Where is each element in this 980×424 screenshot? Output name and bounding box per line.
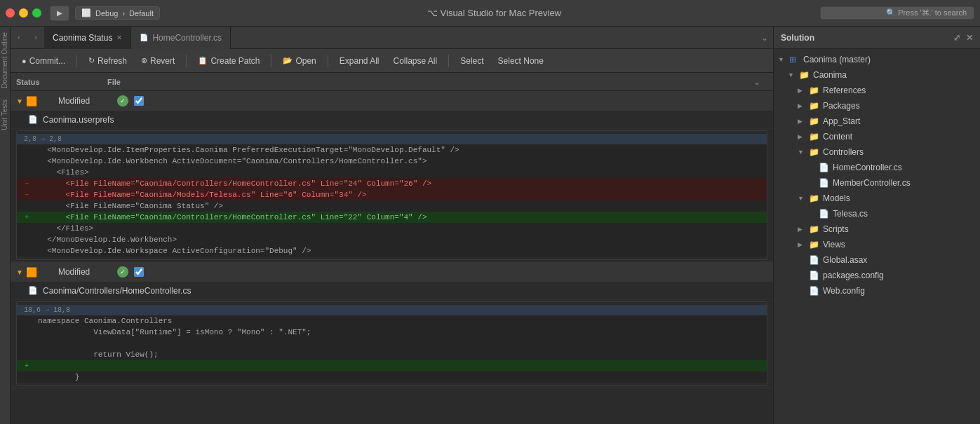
diff-line-3: <Files> — [17, 167, 767, 178]
panel-close-icon[interactable]: ✕ — [966, 33, 973, 43]
tree-item-content[interactable]: ▶ 📁 Content — [774, 129, 980, 144]
document-outline-tab[interactable]: Document Outline — [0, 27, 10, 94]
main-area: Document Outline Unit Tests ‹ › Caonima … — [0, 27, 980, 424]
tree-chevron-root: ▼ — [778, 56, 789, 63]
commit-button[interactable]: ● Commit... — [16, 54, 71, 68]
commit-icon: ● — [22, 57, 27, 65]
file-item-1[interactable]: 📄 Caonima.userprefs — [11, 111, 773, 129]
solution-title: Solution — [781, 33, 814, 43]
status-badge-2: ✓ — [117, 266, 128, 278]
create-patch-button[interactable]: 📋 Create Patch — [192, 54, 265, 68]
solution-tree: ▼ ⊞ Caonima (master) ▼ 📁 Caonima ▶ 📁 Ref… — [774, 49, 980, 424]
revert-button[interactable]: ⊗ Revert — [135, 54, 180, 68]
minimize-button[interactable] — [19, 8, 28, 18]
refresh-icon: ↻ — [88, 56, 95, 65]
select-button[interactable]: Select — [455, 54, 489, 68]
expand-all-button[interactable]: Expand All — [334, 54, 385, 68]
window-title: ⌥ Visual Studio for Mac Preview — [168, 8, 820, 18]
scheme-default: Default — [129, 9, 154, 18]
tree-label-views: Views — [823, 240, 976, 249]
file-group-header-1[interactable]: ▼ 🟧 Modified ✓ — [11, 91, 773, 111]
sep-1 — [76, 55, 77, 67]
tree-label-root: Caonima (master) — [803, 55, 976, 64]
file-group-header-2[interactable]: ▼ 🟧 Modified ✓ — [11, 262, 773, 282]
nav-forward-button[interactable]: › — [27, 27, 44, 49]
tree-item-telesa[interactable]: 📄 Telesa.cs — [774, 206, 980, 221]
diff-range-2: 18,6 → 18,8 — [17, 305, 767, 315]
tree-chevron-views: ▶ — [798, 241, 809, 248]
tree-item-packages[interactable]: ▶ 📁 Packages — [774, 98, 980, 114]
tree-chevron-scripts: ▶ — [798, 226, 809, 233]
tree-item-member-controller[interactable]: 📄 MemberController.cs — [774, 175, 980, 191]
tree-item-controllers[interactable]: ▼ 📁 Controllers — [774, 144, 980, 160]
diff-line-g2-4: return View(); — [17, 349, 767, 360]
tree-item-web-config[interactable]: 📄 Web.config — [774, 283, 980, 299]
file-icon-home-controller: 📄 — [819, 163, 830, 172]
tree-chevron-appstart: ▶ — [798, 118, 809, 125]
tree-item-home-controller[interactable]: 📄 HomeController.cs — [774, 160, 980, 175]
sc-content[interactable]: ▼ 🟧 Modified ✓ 📄 Caonima.userprefs 2,8 →… — [11, 91, 773, 424]
tree-chevron-caonima: ▼ — [788, 71, 799, 78]
tree-item-references[interactable]: ▶ 📁 References — [774, 83, 980, 98]
tree-item-root[interactable]: ▼ ⊞ Caonima (master) — [774, 52, 980, 67]
group-chevron-2: ▼ — [16, 268, 23, 276]
tree-label-home-controller: HomeController.cs — [833, 163, 976, 172]
diff-line-8: </Files> — [17, 223, 767, 234]
panel-resize-icon[interactable]: ⤢ — [953, 33, 960, 43]
scheme-sep: › — [122, 9, 125, 18]
diff-line-g2-5: + — [17, 360, 767, 371]
tree-label-packages: Packages — [823, 101, 976, 111]
sep-3 — [271, 55, 271, 67]
group-checkbox-2[interactable] — [134, 267, 144, 277]
unit-tests-tab[interactable]: Unit Tests — [0, 94, 10, 136]
fullscreen-button[interactable] — [32, 8, 41, 18]
diff-line-4: − <File FileName="Caonima/Controllers/Ho… — [17, 178, 767, 189]
tree-item-views[interactable]: ▶ 📁 Views — [774, 237, 980, 252]
file-item-icon-1: 📄 — [27, 114, 39, 125]
folder-icon-appstart: 📁 — [809, 116, 820, 126]
tab-bar: ‹ › Caonima Status ✕ 📄 HomeController.cs… — [11, 27, 773, 49]
status-badge-1: ✓ — [117, 95, 128, 107]
tab-overflow-button[interactable]: ⌄ — [756, 27, 773, 49]
diff-line-6: <File FileName="Caonima Status" /> — [17, 200, 767, 212]
open-button[interactable]: 📂 Open — [277, 54, 321, 68]
search-bar[interactable]: 🔍 Press '⌘.' to search — [820, 6, 974, 20]
diff-line-g2-6: } — [17, 371, 767, 383]
tab-caonima-status[interactable]: Caonima Status ✕ — [44, 27, 131, 49]
sep-2 — [186, 55, 187, 67]
tree-item-scripts[interactable]: ▶ 📁 Scripts — [774, 221, 980, 237]
column-header: Status File ⌄ — [11, 73, 773, 91]
diff-line-5: − <File FileName="Caonima/Models/Telesa.… — [17, 189, 767, 200]
file-icon-member-controller: 📄 — [819, 178, 830, 188]
file-item-name-2: Caonima/Controllers/HomeController.cs — [43, 286, 767, 296]
run-button[interactable]: ▶ — [50, 6, 69, 21]
tree-item-caonima[interactable]: ▼ 📁 Caonima — [774, 67, 980, 83]
scheme-selector[interactable]: ⬜ Debug › Default — [75, 6, 160, 20]
diff-line-g2-1: namespace Caonima.Controllers — [17, 315, 767, 327]
collapse-all-button[interactable]: Collapse All — [388, 54, 443, 68]
toolbar: ● Commit... ↻ Refresh ⊗ Revert 📋 Create … — [11, 49, 773, 73]
select-none-button[interactable]: Select None — [492, 54, 549, 68]
editor-area: ‹ › Caonima Status ✕ 📄 HomeController.cs… — [11, 27, 773, 424]
tree-item-appstart[interactable]: ▶ 📁 App_Start — [774, 114, 980, 129]
diff-line-1: <MonoDevelop.Ide.ItemProperties.Caonima … — [17, 144, 767, 156]
tree-item-models[interactable]: ▼ 📁 Models — [774, 191, 980, 206]
tab-close-caonima-status[interactable]: ✕ — [116, 34, 122, 41]
group-checkbox-1[interactable] — [134, 96, 144, 106]
diff-container-2: 18,6 → 18,8 namespace Caonima.Controller… — [16, 301, 767, 386]
diff-line-g2-3 — [17, 338, 767, 349]
tree-item-packages-config[interactable]: 📄 packages.config — [774, 268, 980, 283]
tree-label-references: References — [823, 86, 976, 95]
nav-back-button[interactable]: ‹ — [11, 27, 27, 49]
file-icon-telesa: 📄 — [819, 209, 830, 219]
folder-icon-controllers: 📁 — [809, 147, 820, 157]
close-button[interactable] — [6, 8, 15, 18]
tab-home-controller[interactable]: 📄 HomeController.cs — [131, 27, 231, 49]
tree-item-global[interactable]: 📄 Global.asax — [774, 252, 980, 268]
file-item-2[interactable]: 📄 Caonima/Controllers/HomeController.cs — [11, 282, 773, 300]
refresh-button[interactable]: ↻ Refresh — [83, 54, 133, 68]
tree-label-content: Content — [823, 132, 976, 142]
group-chevron-1: ▼ — [16, 97, 23, 105]
tree-label-appstart: App_Start — [823, 116, 976, 126]
status-column-header: Status — [16, 78, 107, 86]
